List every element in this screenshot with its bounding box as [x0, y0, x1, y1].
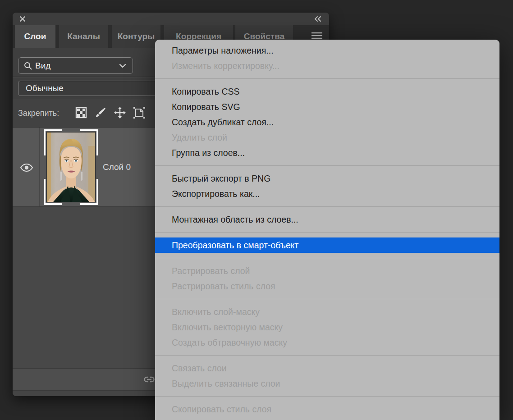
- menu-item-copy-layer-style: Скопировать стиль слоя: [155, 402, 499, 417]
- lock-artboard-icon[interactable]: [133, 106, 146, 119]
- lock-pixels-brush-icon[interactable]: [94, 106, 107, 119]
- menu-separator: [155, 78, 499, 79]
- menu-separator: [155, 396, 499, 397]
- lock-label: Закрепить:: [18, 99, 59, 128]
- menu-item-export-as[interactable]: Экспортировать как...: [155, 186, 499, 201]
- menu-item-copy-css[interactable]: Копировать CSS: [155, 84, 499, 99]
- layer-context-menu: Параметры наложения... Изменить корректи…: [155, 40, 499, 420]
- layer-name[interactable]: Слой 0: [103, 128, 131, 207]
- menu-separator: [155, 232, 499, 233]
- close-icon[interactable]: [19, 15, 26, 23]
- visibility-cell[interactable]: [13, 128, 40, 206]
- menu-item-delete-layer: Удалить слой: [155, 130, 499, 145]
- menu-separator: [155, 258, 499, 258]
- tab-channels[interactable]: Каналы: [59, 25, 108, 48]
- menu-item-rasterize-layer: Растрировать слой: [155, 263, 499, 278]
- menu-item-blending-options[interactable]: Параметры наложения...: [155, 43, 499, 58]
- menu-item-edit-adjustment: Изменить корректировку...: [155, 58, 499, 73]
- tab-layers[interactable]: Слои: [15, 25, 55, 48]
- portrait-photo: [47, 132, 95, 202]
- menu-item-convert-to-smart-object[interactable]: Преобразовать в смарт-объект: [155, 237, 499, 253]
- menu-item-copy-svg[interactable]: Копировать SVG: [155, 99, 499, 114]
- menu-separator: [155, 206, 499, 207]
- menu-item-link-layers: Связать слои: [155, 361, 499, 376]
- eye-icon[interactable]: [20, 164, 33, 172]
- blend-mode-select[interactable]: Обычные: [18, 81, 167, 96]
- menu-separator: [155, 165, 499, 166]
- collapse-panel-icon[interactable]: [314, 15, 322, 23]
- layer-thumbnail[interactable]: [44, 129, 98, 205]
- tab-paths[interactable]: Контуры: [112, 25, 160, 48]
- menu-item-enable-vector-mask: Включить векторную маску: [155, 320, 499, 335]
- chevron-down-icon: [119, 64, 126, 68]
- lock-position-move-icon[interactable]: [114, 106, 126, 119]
- search-icon: [24, 62, 32, 70]
- menu-separator: [155, 355, 499, 356]
- link-chain-icon[interactable]: [143, 374, 155, 384]
- menu-separator: [155, 299, 499, 299]
- filter-kind-select[interactable]: Вид: [18, 57, 133, 74]
- menu-item-duplicate-layer[interactable]: Создать дубликат слоя...: [155, 114, 499, 130]
- lock-transparency-icon[interactable]: [75, 106, 87, 119]
- filter-kind-value: Вид: [35, 61, 119, 71]
- menu-item-enable-layer-mask: Включить слой-маску: [155, 304, 499, 320]
- menu-item-select-linked-layers: Выделить связанные слои: [155, 376, 499, 391]
- menu-item-create-clipping-mask: Создать обтравочную маску: [155, 335, 499, 350]
- panel-header: [13, 13, 329, 25]
- menu-item-group-from-layers[interactable]: Группа из слоев...: [155, 145, 499, 160]
- menu-item-rasterize-layer-style: Растрировать стиль слоя: [155, 278, 499, 294]
- menu-item-artboard-from-layers[interactable]: Монтажная область из слоев...: [155, 212, 499, 227]
- menu-item-quick-export-png[interactable]: Быстрый экспорт в PNG: [155, 171, 499, 186]
